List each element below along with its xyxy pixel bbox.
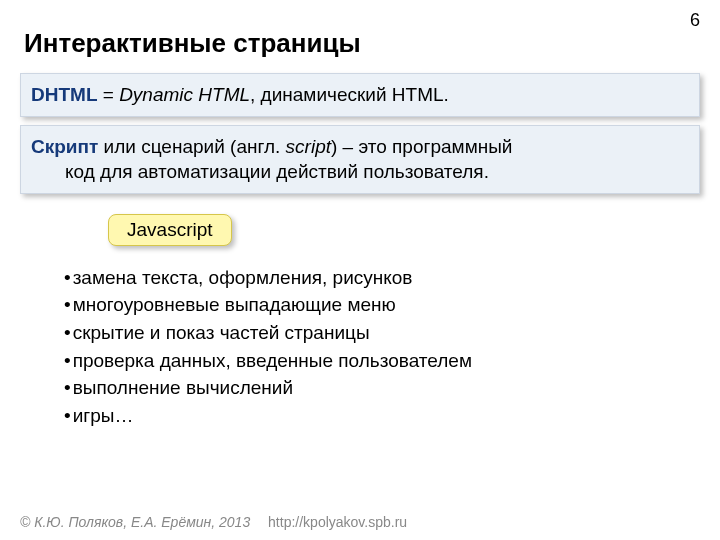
- text: , динамический HTML.: [250, 84, 449, 105]
- list-item: выполнение вычислений: [64, 374, 720, 402]
- script-italic: script: [286, 136, 331, 157]
- list-item: многоуровневые выпадающие меню: [64, 291, 720, 319]
- dhtml-expansion: Dynamic HTML: [119, 84, 250, 105]
- footer-copyright: © К.Ю. Поляков, Е.А. Ерёмин, 2013: [20, 514, 250, 530]
- page-number: 6: [690, 10, 700, 31]
- footer-url: http://kpolyakov.spb.ru: [268, 514, 407, 530]
- list-item: замена текста, оформления, рисунков: [64, 264, 720, 292]
- text: ) – это программный: [331, 136, 512, 157]
- bullet-list: замена текста, оформления, рисунков мног…: [64, 264, 720, 429]
- text: или сценарий (англ.: [98, 136, 285, 157]
- list-item: скрытие и показ частей страницы: [64, 319, 720, 347]
- definition-line2: код для автоматизации действий пользоват…: [31, 159, 689, 185]
- definition-box-script: Скрипт или сценарий (англ. script) – это…: [20, 125, 700, 194]
- term-script: Скрипт: [31, 136, 98, 157]
- list-item: игры…: [64, 402, 720, 430]
- footer: © К.Ю. Поляков, Е.А. Ерёмин, 2013 http:/…: [20, 514, 407, 530]
- page-title: Интерактивные страницы: [0, 0, 720, 67]
- list-item: проверка данных, введенные пользователем: [64, 347, 720, 375]
- term-dhtml: DHTML: [31, 84, 97, 105]
- text: =: [97, 84, 119, 105]
- definition-box-dhtml: DHTML = Dynamic HTML, динамический HTML.: [20, 73, 700, 117]
- callout-javascript: Javascript: [108, 214, 232, 246]
